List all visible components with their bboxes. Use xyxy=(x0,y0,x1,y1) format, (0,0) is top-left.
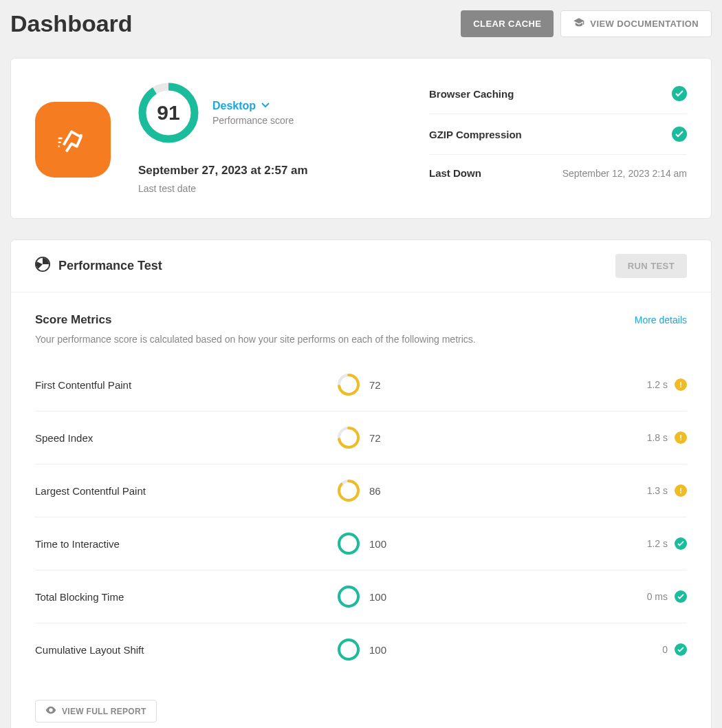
metric-value: 1.2 s! xyxy=(420,378,687,391)
metric-name: Time to Interactive xyxy=(35,538,338,550)
score-metrics-subtitle: Your performance score is calculated bas… xyxy=(35,334,687,345)
warning-icon: ! xyxy=(675,378,687,391)
svg-point-2 xyxy=(142,87,195,139)
performance-test-title: Performance Test xyxy=(58,259,162,273)
more-details-link[interactable]: More details xyxy=(635,314,687,325)
metric-score: 100 xyxy=(338,639,420,661)
metric-score-value: 100 xyxy=(369,538,386,550)
svg-point-9 xyxy=(339,481,358,500)
metric-row: Total Blocking Time1000 ms xyxy=(35,570,687,623)
metric-score: 100 xyxy=(338,533,420,555)
check-icon xyxy=(675,643,687,656)
feature-label: Browser Caching xyxy=(429,88,514,100)
header-actions: CLEAR CACHE VIEW DOCUMENTATION xyxy=(461,10,712,37)
performance-icon xyxy=(35,257,50,275)
warning-icon: ! xyxy=(675,431,687,444)
performance-test-header: Performance Test RUN TEST xyxy=(11,240,711,292)
grad-cap-icon xyxy=(573,18,584,30)
metric-score-value: 72 xyxy=(369,432,381,444)
metric-name: First Contentful Paint xyxy=(35,379,338,391)
metric-row: First Contentful Paint721.2 s! xyxy=(35,358,687,411)
metric-score-value: 100 xyxy=(369,644,386,656)
chevron-down-icon xyxy=(261,100,270,112)
last-down-label: Last Down xyxy=(429,167,481,179)
view-full-report-label: VIEW FULL REPORT xyxy=(62,707,146,716)
metric-score: 72 xyxy=(338,374,420,396)
last-down-value: September 12, 2023 2:14 am xyxy=(562,168,687,179)
metric-gauge xyxy=(338,639,360,661)
performance-score-label: Performance score xyxy=(212,115,294,126)
performance-body: Score Metrics More details Your performa… xyxy=(11,292,711,686)
clear-cache-button[interactable]: CLEAR CACHE xyxy=(461,10,554,37)
metric-gauge xyxy=(338,533,360,555)
metric-score: 100 xyxy=(338,586,420,608)
feature-label: GZIP Compression xyxy=(429,129,522,140)
metric-time-value: 0 xyxy=(662,644,668,655)
eye-icon xyxy=(45,706,56,716)
metric-time-value: 1.2 s xyxy=(647,379,668,390)
performance-footer: VIEW FULL REPORT xyxy=(11,686,711,728)
metric-score: 72 xyxy=(338,427,420,449)
page-title: Dashboard xyxy=(10,10,133,37)
feature-browser-caching: Browser Caching xyxy=(429,83,687,114)
svg-point-13 xyxy=(339,587,358,606)
summary-card: 91 Desktop Performance score September 2… xyxy=(10,58,712,219)
metric-row: Speed Index721.8 s! xyxy=(35,411,687,464)
metric-rows-container: First Contentful Paint721.2 s!Speed Inde… xyxy=(35,358,687,676)
view-docs-label: VIEW DOCUMENTATION xyxy=(590,19,699,29)
metric-time-value: 1.3 s xyxy=(647,485,668,496)
svg-point-11 xyxy=(339,534,358,553)
last-test-date-label: Last test date xyxy=(138,183,402,194)
view-documentation-button[interactable]: VIEW DOCUMENTATION xyxy=(560,10,712,37)
metric-value: 1.2 s xyxy=(420,537,687,550)
metric-score-value: 72 xyxy=(369,379,381,391)
device-selector[interactable]: Desktop xyxy=(212,100,294,112)
app-logo xyxy=(35,102,111,178)
last-test-date: September 27, 2023 at 2:57 am xyxy=(138,164,402,178)
score-metrics-title: Score Metrics xyxy=(35,313,112,327)
check-icon xyxy=(675,537,687,550)
view-full-report-button[interactable]: VIEW FULL REPORT xyxy=(35,700,157,722)
metric-gauge xyxy=(338,480,360,502)
check-icon xyxy=(672,86,687,101)
last-down-row: Last Down September 12, 2023 2:14 am xyxy=(429,155,687,179)
metric-score-value: 86 xyxy=(369,485,381,497)
metric-value: 0 xyxy=(420,643,687,656)
metric-time-value: 1.8 s xyxy=(647,432,668,443)
metric-value: 1.8 s! xyxy=(420,431,687,444)
metric-value: 1.3 s! xyxy=(420,484,687,497)
metric-name: Total Blocking Time xyxy=(35,591,338,603)
svg-point-0 xyxy=(79,134,83,138)
run-test-label: RUN TEST xyxy=(628,261,675,271)
metric-name: Largest Contentful Paint xyxy=(35,485,338,497)
metric-name: Cumulative Layout Shift xyxy=(35,644,338,656)
check-icon xyxy=(672,127,687,142)
clear-cache-label: CLEAR CACHE xyxy=(473,19,541,29)
device-label: Desktop xyxy=(212,100,256,112)
metric-score-value: 100 xyxy=(369,591,386,603)
feature-status-list: Browser Caching GZIP Compression Last Do… xyxy=(429,83,687,194)
metric-gauge xyxy=(338,427,360,449)
metric-gauge xyxy=(338,586,360,608)
metric-row: Cumulative Layout Shift1000 xyxy=(35,623,687,676)
metric-row: Largest Contentful Paint861.3 s! xyxy=(35,464,687,517)
feature-gzip: GZIP Compression xyxy=(429,114,687,155)
metric-gauge xyxy=(338,374,360,396)
metric-value: 0 ms xyxy=(420,590,687,603)
performance-test-card: Performance Test RUN TEST Score Metrics … xyxy=(10,239,712,728)
svg-point-15 xyxy=(339,640,358,659)
metric-time-value: 0 ms xyxy=(647,591,668,602)
check-icon xyxy=(675,590,687,603)
metric-score: 86 xyxy=(338,480,420,502)
warning-icon: ! xyxy=(675,484,687,497)
score-area: 91 Desktop Performance score September 2… xyxy=(138,83,402,194)
metric-row: Time to Interactive1001.2 s xyxy=(35,517,687,570)
performance-score-gauge: 91 xyxy=(138,83,199,143)
run-test-button[interactable]: RUN TEST xyxy=(615,254,687,278)
metric-name: Speed Index xyxy=(35,432,338,444)
page-header: Dashboard CLEAR CACHE VIEW DOCUMENTATION xyxy=(10,10,712,37)
metric-time-value: 1.2 s xyxy=(647,538,668,549)
